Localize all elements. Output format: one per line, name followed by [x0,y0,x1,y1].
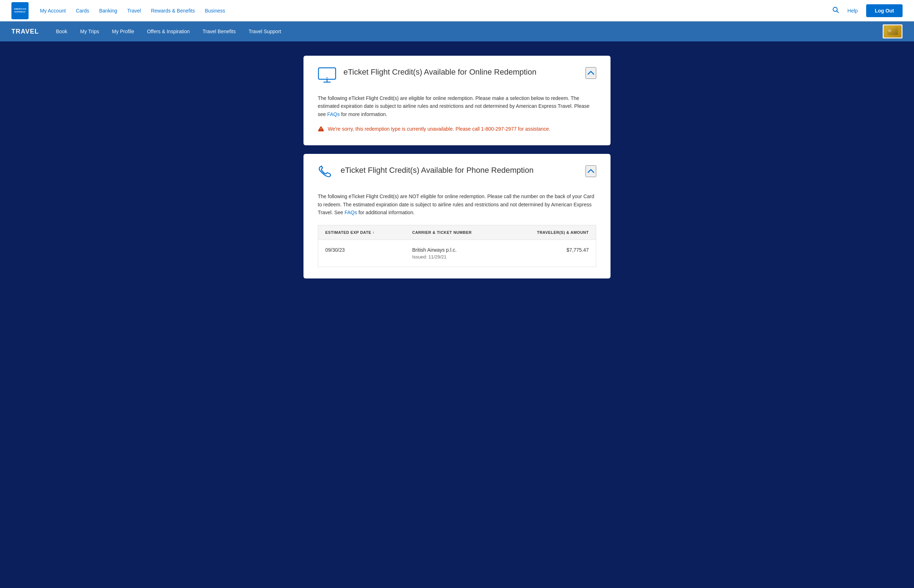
online-section-description: The following eTicket Flight Credit(s) a… [318,94,596,118]
travel-nav-links: Book My Trips My Profile Offers & Inspir… [56,29,883,34]
nav-travel[interactable]: Travel [127,8,140,14]
online-section-header-left: eTicket Flight Credit(s) Available for O… [318,67,536,83]
card-chip-icon [887,28,898,35]
warning-triangle-icon [318,126,324,132]
exp-date-cell: 09/30/23 [318,240,405,267]
table-body: 09/30/23 British Airways p.l.c. Issued: … [318,240,596,267]
travel-nav-benefits[interactable]: Travel Benefits [202,29,236,34]
search-icon [832,6,839,13]
nav-cards[interactable]: Cards [76,8,89,14]
phone-icon [318,165,333,181]
travel-nav-book[interactable]: Book [56,29,68,34]
amex-logo: AMERICANEXPRESS [11,2,29,19]
phone-table-container: ESTIMATED EXP DATE ↑ CARRIER & TICKET NU… [318,225,596,267]
online-section-header: eTicket Flight Credit(s) Available for O… [318,67,596,83]
online-faqs-link[interactable]: FAQs [327,111,339,117]
travel-brand-label: TRAVEL [11,28,39,36]
travel-nav-support[interactable]: Travel Support [249,29,281,34]
monitor-icon [318,67,336,83]
travel-nav-my-profile[interactable]: My Profile [112,29,134,34]
phone-section-header-left: eTicket Flight Credit(s) Available for P… [318,165,533,181]
top-nav-right: Help Log Out [832,4,903,17]
phone-redemption-section: eTicket Flight Credit(s) Available for P… [304,154,610,278]
online-warning-text: We're sorry, this redemption type is cur… [328,125,550,133]
table-header-exp-date: ESTIMATED EXP DATE ↑ [318,225,405,240]
carrier-cell: British Airways p.l.c. Issued: 11/29/21 [405,240,505,267]
table-header-traveler: TRAVELER(S) & AMOUNT [505,225,596,240]
main-content: eTicket Flight Credit(s) Available for O… [296,41,618,301]
phone-section-header: eTicket Flight Credit(s) Available for P… [318,165,596,181]
chevron-up-icon-2 [588,169,594,173]
warning-icon [318,126,324,134]
phone-section-description: The following eTicket Flight Credit(s) a… [318,192,596,216]
top-nav-links: My Account Cards Banking Travel Rewards … [40,8,832,14]
online-warning-box: We're sorry, this redemption type is cur… [318,125,596,134]
logo-container[interactable]: AMERICANEXPRESS [11,2,29,19]
travel-navigation: TRAVEL Book My Trips My Profile Offers &… [0,21,914,41]
credits-table: ESTIMATED EXP DATE ↑ CARRIER & TICKET NU… [318,225,596,267]
svg-point-7 [327,78,328,79]
card-thumbnail[interactable] [883,24,903,39]
carrier-name: British Airways p.l.c. [412,247,498,253]
search-button[interactable] [832,6,839,15]
phone-section-collapse-button[interactable] [586,165,596,177]
online-section-title: eTicket Flight Credit(s) Available for O… [344,67,536,78]
nav-banking[interactable]: Banking [99,8,118,14]
table-row: 09/30/23 British Airways p.l.c. Issued: … [318,240,596,267]
phone-section-title: eTicket Flight Credit(s) Available for P… [341,165,533,176]
card-image [884,25,901,37]
top-navigation: AMERICANEXPRESS My Account Cards Banking… [0,0,914,21]
phone-faqs-link[interactable]: FAQs [344,210,357,215]
svg-line-1 [836,11,838,13]
online-redemption-section: eTicket Flight Credit(s) Available for O… [304,56,610,145]
table-header: ESTIMATED EXP DATE ↑ CARRIER & TICKET NU… [318,225,596,240]
svg-rect-3 [888,30,891,32]
table-header-carrier: CARRIER & TICKET NUMBER [405,225,505,240]
chevron-up-icon [588,71,594,75]
logout-button[interactable]: Log Out [866,4,903,17]
amount-cell: $7,775.47 [505,240,596,267]
svg-point-9 [321,130,321,131]
issued-date: Issued: 11/29/21 [412,254,498,260]
nav-rewards[interactable]: Rewards & Benefits [151,8,195,14]
online-section-collapse-button[interactable] [586,67,596,79]
help-link[interactable]: Help [848,8,858,14]
travel-nav-my-trips[interactable]: My Trips [80,29,99,34]
travel-nav-offers[interactable]: Offers & Inspiration [147,29,190,34]
nav-my-account[interactable]: My Account [40,8,66,14]
nav-business[interactable]: Business [205,8,225,14]
